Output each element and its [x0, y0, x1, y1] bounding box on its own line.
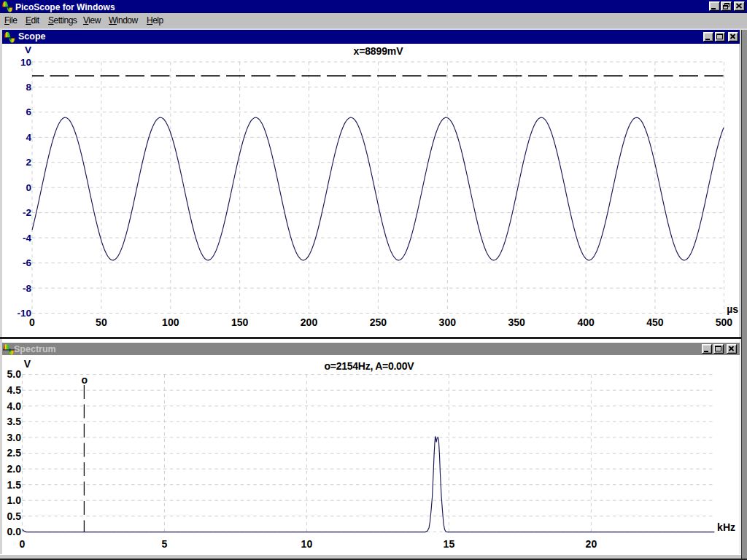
svg-text:200: 200 — [301, 316, 318, 328]
svg-text:150: 150 — [231, 316, 249, 328]
svg-text:4.5: 4.5 — [7, 384, 22, 396]
svg-text:0.0: 0.0 — [7, 526, 22, 537]
svg-text:100: 100 — [162, 316, 179, 328]
svg-text:0: 0 — [26, 182, 31, 193]
svg-text:350: 350 — [508, 316, 526, 328]
svg-text:5: 5 — [162, 538, 168, 550]
svg-text:-8: -8 — [23, 283, 31, 294]
svg-text:50: 50 — [96, 316, 107, 328]
svg-text:20: 20 — [586, 538, 597, 550]
svg-text:kHz: kHz — [717, 521, 735, 533]
svg-text:10: 10 — [20, 57, 31, 68]
svg-text:300: 300 — [439, 316, 457, 328]
svg-text:µs: µs — [727, 303, 738, 315]
svg-text:5.0: 5.0 — [7, 368, 22, 380]
svg-text:15: 15 — [444, 538, 455, 550]
svg-text:250: 250 — [370, 316, 387, 328]
svg-text:V: V — [25, 44, 31, 55]
svg-text:3.5: 3.5 — [7, 416, 22, 427]
svg-text:4.0: 4.0 — [7, 400, 22, 412]
svg-text:8: 8 — [26, 82, 31, 93]
svg-text:-2: -2 — [23, 207, 31, 218]
svg-text:0.5: 0.5 — [7, 510, 22, 522]
svg-text:-4: -4 — [23, 233, 31, 244]
svg-text:6: 6 — [26, 106, 31, 117]
svg-text:2.5: 2.5 — [7, 447, 22, 459]
svg-text:500: 500 — [716, 316, 733, 328]
svg-text:2.0: 2.0 — [7, 463, 22, 475]
svg-text:0: 0 — [20, 538, 26, 550]
svg-text:0: 0 — [29, 316, 35, 328]
svg-text:400: 400 — [577, 316, 595, 328]
svg-text:450: 450 — [646, 316, 664, 328]
svg-text:1.5: 1.5 — [7, 479, 22, 491]
svg-text:-6: -6 — [23, 257, 31, 268]
svg-text:4: 4 — [26, 132, 31, 143]
svg-text:o=2154Hz, A=0.00V: o=2154Hz, A=0.00V — [325, 360, 415, 372]
svg-text:10: 10 — [301, 538, 313, 550]
svg-text:o: o — [82, 374, 88, 386]
svg-text:3.0: 3.0 — [7, 432, 22, 443]
svg-text:x=8899mV: x=8899mV — [354, 45, 404, 57]
svg-text:1.0: 1.0 — [7, 494, 22, 506]
svg-text:V: V — [24, 358, 31, 370]
svg-text:2: 2 — [26, 157, 31, 168]
